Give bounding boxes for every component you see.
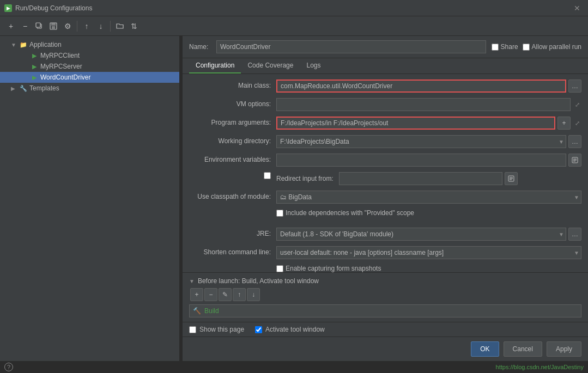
vm-options-input[interactable] (276, 98, 571, 111)
ok-button[interactable]: OK (471, 341, 499, 357)
name-row: Name: Share Allow parallel run (183, 36, 588, 58)
redirect-input-checkbox[interactable] (264, 172, 271, 179)
tree-item-myrpcclient[interactable]: ▶ MyRPCClient (0, 50, 179, 61)
add-config-button[interactable]: + (4, 20, 17, 33)
main-class-input[interactable] (276, 80, 566, 93)
settings-config-button[interactable]: ⚙ (61, 20, 74, 33)
jre-select-wrapper: Default (1.8 - SDK of 'BigData' module) … (276, 228, 566, 241)
share-checkbox-label[interactable]: Share (492, 43, 518, 51)
tab-configuration[interactable]: Configuration (189, 58, 241, 74)
share-checkbox[interactable] (492, 44, 499, 51)
program-args-add-button[interactable]: + (557, 117, 571, 130)
copy-config-button[interactable] (33, 20, 46, 33)
enable-capturing-checkbox[interactable] (276, 265, 283, 272)
jre-select[interactable]: Default (1.8 - SDK of 'BigData' module) (276, 228, 566, 241)
include-deps-checkbox[interactable] (276, 210, 283, 217)
move-down-button[interactable]: ↓ (94, 20, 107, 33)
remove-config-button[interactable]: − (19, 20, 32, 33)
jre-control: Default (1.8 - SDK of 'BigData' module) … (276, 228, 581, 241)
name-input[interactable] (216, 40, 486, 53)
classpath-module-control: 🗂 BigData ▼ (276, 191, 581, 204)
redirect-input-browse-button[interactable] (505, 172, 518, 185)
toolbar-separator2 (110, 21, 111, 32)
tab-logs[interactable]: Logs (300, 58, 327, 74)
move-up-button[interactable]: ↑ (80, 20, 93, 33)
show-page-label: Show this page (199, 326, 244, 333)
parallel-run-checkbox[interactable] (523, 44, 530, 51)
tree-label-myrpcclient: MyRPCClient (40, 52, 80, 59)
include-deps-label: Include dependencies with "Provided" sco… (286, 209, 414, 217)
working-dir-control: F:\IdeaProjects\BigData ▼ … (276, 135, 581, 148)
config-panel: Name: Share Allow parallel run Configu (183, 36, 588, 361)
cancel-button[interactable]: Cancel (504, 341, 542, 357)
tree-item-myrpcserver[interactable]: ▶ MyRPCServer (0, 61, 179, 72)
before-launch-toolbar: + − ✎ ↑ ↓ (190, 288, 581, 301)
program-args-expand-button[interactable]: ⤢ (573, 119, 581, 127)
main-toolbar: + − ⚙ ↑ ↓ ⇅ (0, 16, 588, 36)
show-page-checkbox[interactable] (189, 326, 196, 333)
env-vars-browse-button[interactable] (568, 154, 581, 167)
shorten-cmd-row: Shorten command line: user-local default… (189, 246, 581, 260)
before-launch-down-button[interactable]: ↓ (247, 288, 260, 301)
env-vars-input[interactable] (276, 154, 566, 167)
svg-rect-3 (51, 23, 56, 26)
working-dir-select[interactable]: F:\IdeaProjects\BigData (276, 135, 566, 148)
activate-tool-window-label: Activate tool window (265, 326, 325, 333)
parallel-run-checkbox-label[interactable]: Allow parallel run (523, 43, 581, 51)
tree-label-templates: Templates (29, 84, 59, 92)
jre-label: JRE: (189, 228, 276, 237)
app-icon-client: ▶ (31, 52, 38, 59)
tree-label-application: Application (29, 41, 62, 48)
enable-capturing-row: Enable capturing form snapshots (189, 265, 581, 272)
env-vars-row: Environment variables: (189, 154, 581, 168)
shorten-cmd-select[interactable]: user-local default: none - java [options… (276, 246, 581, 259)
redirect-input-label: Redirect input from: (276, 175, 334, 182)
main-class-browse-button[interactable]: … (568, 80, 581, 93)
program-args-input[interactable] (276, 117, 555, 130)
before-launch-arrow-icon[interactable]: ▼ (189, 278, 195, 284)
activate-tool-window-checkbox-label[interactable]: Activate tool window (255, 326, 325, 333)
show-page-checkbox-label[interactable]: Show this page (189, 326, 244, 333)
close-button[interactable]: ✕ (571, 3, 584, 14)
enable-capturing-control: Enable capturing form snapshots (276, 265, 581, 272)
config-tree: ▼ 📁 Application ▶ MyRPCClient ▶ MyRPCSer… (0, 36, 180, 361)
tree-label-wordcountdriver: WordCountDriver (40, 74, 90, 81)
name-field-label: Name: (189, 43, 211, 51)
main-class-row: Main class: … (189, 80, 581, 94)
redirect-input-field[interactable] (339, 172, 502, 185)
classpath-module-select[interactable]: 🗂 BigData (276, 191, 581, 204)
before-launch-build-item[interactable]: 🔨 Build (189, 304, 581, 317)
include-deps-row: Include dependencies with "Provided" sco… (189, 209, 581, 223)
help-button[interactable]: ? (4, 363, 13, 371)
save-config-button[interactable] (47, 20, 60, 33)
include-deps-control: Include dependencies with "Provided" sco… (276, 209, 581, 217)
status-url: https://blog.csdn.net/JavaDestiny (496, 364, 584, 370)
tree-item-application[interactable]: ▼ 📁 Application (0, 39, 179, 50)
working-dir-select-wrapper: F:\IdeaProjects\BigData ▼ (276, 135, 566, 148)
tree-item-templates[interactable]: ▶ 🔧 Templates (0, 83, 179, 94)
apply-button[interactable]: Apply (547, 341, 581, 357)
tab-code-coverage[interactable]: Code Coverage (241, 58, 300, 74)
tree-item-wordcountdriver[interactable]: ▶ WordCountDriver (0, 72, 179, 83)
toolbar-separator (77, 21, 77, 32)
before-launch-title: Before launch: Build, Activate tool wind… (198, 277, 319, 285)
title-bar: ▶ Run/Debug Configurations ✕ (0, 0, 588, 16)
shorten-cmd-label: Shorten command line: (189, 246, 276, 256)
before-launch-up-button[interactable]: ↑ (233, 288, 246, 301)
form-area: Main class: … VM options: ⤢ Pr (183, 74, 588, 272)
build-icon: 🔨 (193, 307, 201, 315)
before-launch-edit-button[interactable]: ✎ (219, 288, 232, 301)
before-launch-remove-button[interactable]: − (204, 288, 217, 301)
svg-rect-1 (36, 23, 40, 27)
activate-tool-window-checkbox[interactable] (255, 326, 262, 333)
folder-button[interactable] (113, 20, 126, 33)
before-launch-add-button[interactable]: + (190, 288, 203, 301)
status-left: ? (4, 363, 13, 371)
jre-browse-button[interactable]: … (568, 228, 581, 241)
vm-options-expand-button[interactable]: ⤢ (573, 100, 581, 109)
main-class-control: … (276, 80, 581, 93)
sort-button[interactable]: ⇅ (128, 20, 141, 33)
working-dir-browse-button[interactable]: … (568, 135, 581, 148)
vm-options-label: VM options: (189, 98, 276, 108)
redirect-input-row: Redirect input from: (189, 172, 581, 186)
